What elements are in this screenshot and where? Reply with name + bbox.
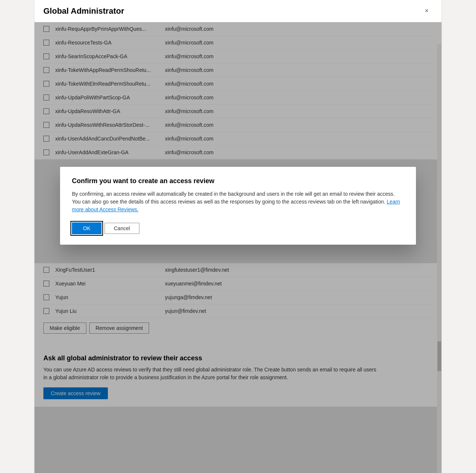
dialog-actions: OK Cancel xyxy=(72,222,404,234)
ok-button[interactable]: OK xyxy=(72,222,102,234)
confirm-dialog: Confirm you want to create an access rev… xyxy=(60,167,416,245)
dialog-body-text: By confirming, an access review will aut… xyxy=(72,191,395,205)
cancel-button[interactable]: Cancel xyxy=(105,223,139,234)
main-panel: Global Administrator × xinfu-RequApprByP… xyxy=(34,0,442,473)
content-area: xinfu-RequApprByPrimApprWithQues... xinf… xyxy=(34,22,442,473)
dialog-title: Confirm you want to create an access rev… xyxy=(72,177,404,185)
dialog-body: By confirming, an access review will aut… xyxy=(72,190,404,214)
panel-title: Global Administrator xyxy=(43,6,124,16)
dialog-overlay: Confirm you want to create an access rev… xyxy=(34,22,442,473)
panel-header: Global Administrator × xyxy=(34,0,442,22)
close-button[interactable]: × xyxy=(421,5,433,17)
